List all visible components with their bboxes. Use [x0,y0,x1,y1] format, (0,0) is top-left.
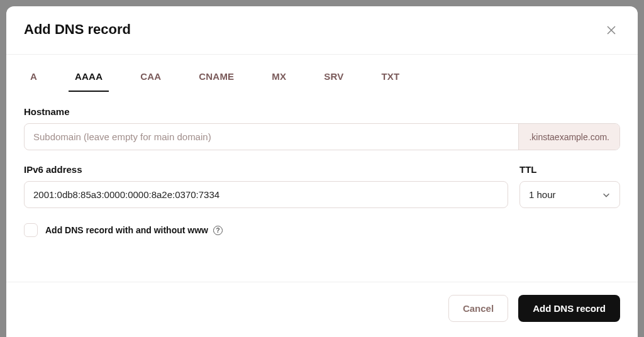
ttl-value: 1 hour [529,189,556,200]
hostname-input-group: .kinstaexample.com. [24,123,620,150]
ttl-select[interactable]: 1 hour [519,181,620,208]
close-icon [606,25,616,35]
submit-button[interactable]: Add DNS record [518,295,620,322]
hostname-label: Hostname [24,106,620,117]
domain-suffix: .kinstaexample.com. [518,124,619,150]
add-dns-record-modal: Add DNS record A AAAA CAA CNAME MX SRV T… [6,6,638,337]
www-checkbox-label: Add DNS record with and without www ? [45,225,223,235]
modal-footer: Cancel Add DNS record [6,282,638,337]
help-icon[interactable]: ? [213,226,223,235]
tab-mx[interactable]: MX [265,62,292,92]
tab-aaaa[interactable]: AAAA [69,62,109,92]
www-checkbox-row: Add DNS record with and without www ? [24,223,620,237]
background-obscured [0,0,6,337]
chevron-down-icon [602,191,611,199]
modal-title: Add DNS record [24,21,131,38]
tab-caa[interactable]: CAA [134,62,167,92]
www-checkbox-text: Add DNS record with and without www [45,225,208,235]
www-checkbox[interactable] [24,223,38,237]
tab-a[interactable]: A [24,62,43,92]
tab-cname[interactable]: CNAME [192,62,240,92]
modal-header: Add DNS record [6,6,638,54]
ttl-label: TTL [519,164,620,175]
cancel-button[interactable]: Cancel [448,295,508,322]
tab-txt[interactable]: TXT [375,62,406,92]
tab-srv[interactable]: SRV [318,62,350,92]
record-type-tabs: A AAAA CAA CNAME MX SRV TXT [6,62,638,92]
close-button[interactable] [602,21,620,39]
ipv6-label: IPv6 address [24,164,508,175]
ipv6-input[interactable] [24,181,508,208]
header-divider [6,54,638,55]
form-body: Hostname .kinstaexample.com. IPv6 addres… [6,92,638,242]
hostname-input[interactable] [25,124,518,150]
